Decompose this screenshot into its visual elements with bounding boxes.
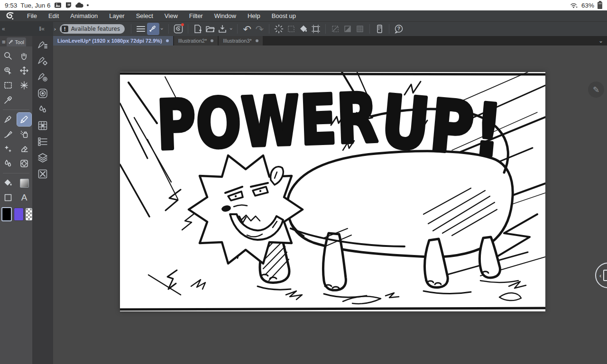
twitch-notification-icon [65,2,72,9]
liquify-tool[interactable] [17,157,31,170]
main-toolbar: « ‖« › ! Available features › [0,22,607,36]
text-tool[interactable]: A [17,191,31,204]
deselect-button[interactable] [273,23,285,35]
pencil-icon [19,115,29,124]
blend-tool[interactable] [1,157,15,170]
selection-tool[interactable] [1,79,15,92]
svg-text:?: ? [397,26,400,31]
eraser-tool[interactable] [17,142,31,155]
hand-tool[interactable] [17,49,31,63]
menu-file[interactable]: File [21,10,43,22]
menu-filter[interactable]: Filter [184,10,209,22]
collapse-left-dock-icon[interactable]: « [2,26,4,32]
operation-tool[interactable] [1,64,15,77]
main-color-swatch[interactable] [1,207,12,221]
save-button[interactable] [216,23,229,35]
toolbar-expand-icon[interactable]: › [54,26,56,32]
undo-button[interactable]: ↶ [241,23,253,35]
marquee-icon [3,81,13,90]
tab-close-icon[interactable] [211,39,213,42]
gradient-tool[interactable] [17,176,31,190]
canvas-size-button[interactable] [310,23,322,35]
eyedropper-tool[interactable] [1,93,15,107]
battery-percent-text: 63% [581,2,594,9]
slideout-panel-icon [603,270,607,281]
letter-a-icon: A [21,192,28,203]
command-bar-menu-button[interactable] [135,23,147,35]
available-features-button[interactable]: ! Available features [60,24,125,34]
tab-illustration3[interactable]: Illustration3* [219,36,263,46]
current-tool-button[interactable] [147,23,159,35]
hand-icon [19,51,29,61]
left-palette-dock: ≡ Tool [0,36,53,364]
menu-edit[interactable]: Edit [43,10,64,22]
material-palette-icon[interactable] [37,169,48,179]
tab-close-icon[interactable] [166,39,169,42]
palette-slideout-handle[interactable]: ‹ [594,262,607,290]
pencil-tool-selected[interactable] [17,113,31,126]
collapse-strip-icon[interactable]: ‖« [39,26,45,32]
drawing-canvas[interactable]: POWER UP! [120,72,545,311]
brush-size-palette-icon[interactable] [37,72,48,82]
zoom-tool[interactable] [1,49,15,63]
layer-palette-icon[interactable] [37,153,48,163]
android-status-bar: 9:53 Tue, Jun 6 63% [0,0,607,10]
tab-illustration2[interactable]: Illustration2* [174,36,218,46]
edit-mode-pencil-button[interactable]: ✎ [588,82,604,98]
figure-tool[interactable] [1,191,15,204]
exclamation-icon: ! [62,26,68,32]
square-shape-icon [3,193,13,202]
mesh-transform-button [354,23,366,35]
move-layer-tool[interactable] [17,64,31,77]
date-text: Tue, Jun 6 [20,2,50,9]
collapsed-palette-strip [32,36,53,364]
transparent-color-swatch[interactable] [26,208,32,220]
color-wheel-palette-icon[interactable] [37,88,48,99]
tool-property-palette-icon[interactable] [37,56,48,66]
decoration-tool[interactable] [1,142,15,155]
companion-mode-button[interactable] [373,23,386,35]
slideout-chevron-icon: ‹ [599,272,601,279]
menu-animation[interactable]: Animation [64,10,103,22]
spray-can-icon [19,129,29,139]
menu-view[interactable]: View [159,10,184,22]
color-mixing-palette-icon[interactable] [37,104,48,115]
help-button[interactable]: ? [393,23,405,35]
tab-close-icon[interactable] [256,39,258,42]
transform-button [329,23,341,35]
open-file-button[interactable] [204,23,216,35]
menu-select[interactable]: Select [130,10,159,22]
notification-dot-icon [87,4,89,6]
layer-property-palette-icon[interactable] [37,136,48,147]
save-dropdown-icon[interactable]: › [228,28,234,30]
menu-window[interactable]: Window [209,10,242,22]
pen-tool[interactable] [1,113,15,126]
auto-select-tool[interactable] [17,79,31,92]
fill-button[interactable] [297,23,310,35]
tab-lionlevelup[interactable]: LionLevelUp* (1920 x 1080px 72dpi 72.9%) [53,36,173,46]
notification-badge [181,23,184,26]
airbrush-tool[interactable] [17,127,31,141]
menu-boost-up[interactable]: Boost up [266,10,302,22]
menu-layer[interactable]: Layer [103,10,130,22]
paint-bucket-icon [3,178,13,188]
liquify-icon [19,159,29,168]
new-canvas-button[interactable] [192,23,204,35]
fill-tool[interactable] [1,176,15,190]
color-set-palette-icon[interactable] [37,120,48,131]
battery-icon [598,2,602,9]
tool-dropdown-icon[interactable]: › [159,28,165,30]
tab-list-chevron-icon[interactable]: ⌄ [595,36,607,46]
clip-studio-app-button[interactable] [172,23,184,35]
sparkle-icon [3,144,13,154]
move-icon [19,66,29,75]
gradient-map-button [341,23,354,35]
tool-palette-tab[interactable]: Tool [7,37,26,46]
menu-help[interactable]: Help [242,10,266,22]
brush-tool[interactable] [1,127,15,141]
tool-palette-header: ≡ Tool [0,36,32,46]
palette-menu-icon[interactable]: ≡ [2,38,6,46]
sub-color-swatch[interactable] [14,208,23,221]
artwork-title-power: POWER [156,79,379,164]
sub-tool-palette-icon[interactable] [37,40,48,50]
